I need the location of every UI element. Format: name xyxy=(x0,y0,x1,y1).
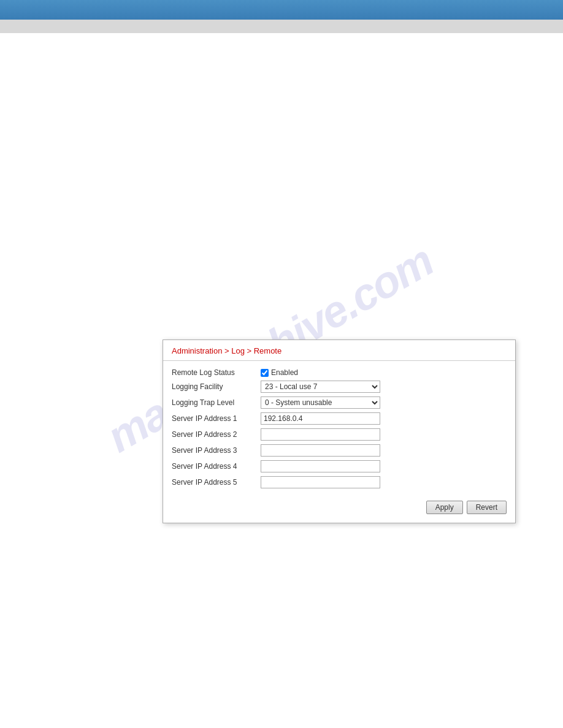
server-ip-2-control xyxy=(261,428,507,441)
server-ip-5-input[interactable] xyxy=(261,476,380,488)
remote-log-status-checkbox[interactable] xyxy=(261,369,269,377)
server-ip-5-control xyxy=(261,476,507,488)
server-ip-4-control xyxy=(261,460,507,472)
logging-trap-level-select[interactable]: 0 - System unusable xyxy=(261,396,380,409)
revert-button[interactable]: Revert xyxy=(467,501,507,514)
server-ip-1-label: Server IP Address 1 xyxy=(172,414,261,423)
dialog-header: Administration > Log > Remote xyxy=(163,340,515,361)
logging-facility-control: 23 - Local use 7 xyxy=(261,381,507,393)
server-ip-2-row: Server IP Address 2 xyxy=(172,428,507,441)
sub-bar xyxy=(0,20,563,33)
server-ip-3-control xyxy=(261,444,507,457)
dialog-body: Remote Log Status Enabled Logging Facili… xyxy=(163,361,515,523)
top-bar xyxy=(0,0,563,20)
server-ip-1-input[interactable] xyxy=(261,412,380,425)
buttons-row: Apply Revert xyxy=(172,496,507,514)
remote-log-status-checkbox-label: Enabled xyxy=(271,368,298,377)
server-ip-3-label: Server IP Address 3 xyxy=(172,446,261,455)
server-ip-2-input[interactable] xyxy=(261,428,380,441)
server-ip-4-input[interactable] xyxy=(261,460,380,472)
server-ip-4-label: Server IP Address 4 xyxy=(172,462,261,471)
server-ip-4-row: Server IP Address 4 xyxy=(172,460,507,472)
breadcrumb: Administration > Log > Remote xyxy=(172,346,282,355)
server-ip-2-label: Server IP Address 2 xyxy=(172,430,261,439)
server-ip-3-input[interactable] xyxy=(261,444,380,457)
server-ip-5-label: Server IP Address 5 xyxy=(172,478,261,487)
remote-log-status-row: Remote Log Status Enabled xyxy=(172,368,507,377)
server-ip-3-row: Server IP Address 3 xyxy=(172,444,507,457)
remote-log-status-label: Remote Log Status xyxy=(172,368,261,377)
server-ip-1-control xyxy=(261,412,507,425)
logging-trap-level-control: 0 - System unusable xyxy=(261,396,507,409)
logging-facility-label: Logging Facility xyxy=(172,382,261,391)
apply-button[interactable]: Apply xyxy=(426,501,463,514)
main-content: manualmhive.com Administration > Log > R… xyxy=(0,33,563,728)
logging-trap-level-row: Logging Trap Level 0 - System unusable xyxy=(172,396,507,409)
logging-facility-select[interactable]: 23 - Local use 7 xyxy=(261,381,380,393)
remote-log-status-control: Enabled xyxy=(261,368,507,377)
server-ip-5-row: Server IP Address 5 xyxy=(172,476,507,488)
logging-trap-level-label: Logging Trap Level xyxy=(172,398,261,407)
server-ip-1-row: Server IP Address 1 xyxy=(172,412,507,425)
logging-facility-row: Logging Facility 23 - Local use 7 xyxy=(172,381,507,393)
dialog-panel: Administration > Log > Remote Remote Log… xyxy=(163,339,516,523)
